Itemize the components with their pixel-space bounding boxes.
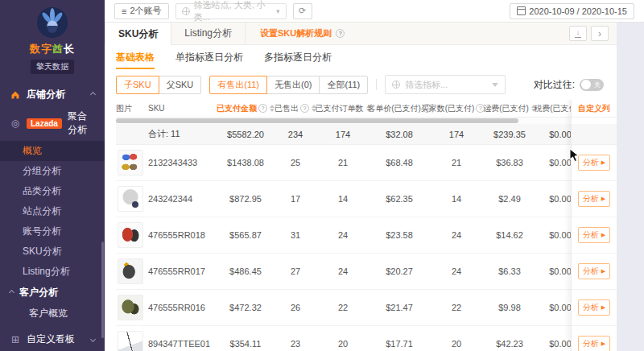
download-button[interactable]: ↓ <box>569 26 587 41</box>
table-header-row: 图片 SKU 已支付金额 ? 已售出 ? <box>116 100 571 118</box>
sidebar-item-customer-analysis[interactable]: 客户分析 <box>0 282 105 304</box>
col-header-paid-amount[interactable]: 已支付金额 ? <box>216 103 275 114</box>
filter-has-sales[interactable]: 有售出(11) <box>209 76 267 94</box>
col-header-shipping[interactable]: 运费(已支付) <box>485 103 535 114</box>
sold-value: 25 <box>275 158 316 167</box>
horizontal-scrollbar <box>116 118 571 124</box>
analyze-button[interactable]: 分析▶ <box>578 155 610 171</box>
product-image[interactable] <box>118 258 143 284</box>
sold-value: 17 <box>275 194 316 204</box>
product-image[interactable] <box>118 186 143 212</box>
paid-amount-value: $565.87 <box>216 230 275 240</box>
sidebar-item-category-analysis[interactable]: 品类分析 <box>0 181 105 201</box>
filter-no-sales[interactable]: 无售出(0) <box>266 76 320 94</box>
question-icon: ? <box>336 29 345 38</box>
filter-bar: 子SKU 父SKU 有售出(11) 无售出(0) 全部(11) 筛选指标... <box>105 69 617 100</box>
chevron-up-icon <box>9 290 14 295</box>
product-image[interactable] <box>118 331 143 351</box>
chevron-right-icon: › <box>598 28 601 39</box>
table-scroll-viewport: 图片 SKU 已支付金额 ? 已售出 ? <box>116 100 571 351</box>
analyze-button[interactable]: 分析▶ <box>578 263 610 279</box>
download-icon: ↓ <box>575 29 581 39</box>
globe-icon <box>182 7 190 15</box>
collapse-right-button[interactable]: › <box>591 26 609 41</box>
col-header-custom-columns[interactable]: 自定义列 <box>572 100 617 118</box>
col-header-tax[interactable]: 税费(已支付) <box>535 103 571 114</box>
divider <box>376 79 377 90</box>
chief-logo-icon <box>37 7 68 38</box>
col-header-paid-orders[interactable]: 已支付订单数 <box>316 103 370 114</box>
analyze-button[interactable]: 分析▶ <box>578 336 610 351</box>
play-icon: ▶ <box>601 232 605 238</box>
analyze-button[interactable]: 分析▶ <box>578 299 610 316</box>
sidebar-item-group-analysis[interactable]: 分组分析 <box>0 161 105 181</box>
col-header-buyers[interactable]: 买家数(已支付) ? <box>428 103 485 114</box>
calendar-icon <box>517 6 526 15</box>
col-header-sku: SKU <box>148 104 216 113</box>
sidebar-scrollbar[interactable] <box>101 242 104 338</box>
date-range-button[interactable]: 2020-10-09 / 2020-10-15 <box>510 3 634 19</box>
sidebar-item-site-analysis[interactable]: 站点分析 <box>0 201 105 221</box>
avg-order-value: $62.35 <box>370 194 428 204</box>
analyze-button[interactable]: 分析▶ <box>578 227 610 243</box>
accounts-button[interactable]: ≡ 2个账号 <box>114 3 169 19</box>
shipping-value: $9.98 <box>485 303 535 312</box>
horizontal-scrollbar-thumb[interactable] <box>116 118 518 123</box>
shipping-value: $6.33 <box>485 266 535 276</box>
brand-part-3: 长 <box>64 43 75 55</box>
paid-amount-value: $354.11 <box>216 339 275 349</box>
product-image[interactable] <box>118 150 143 176</box>
analyze-button[interactable]: 分析▶ <box>578 191 610 207</box>
filter-parent-sku[interactable]: 父SKU <box>159 76 202 94</box>
site-filter-select[interactable]: 筛选站点, 大类, 小类... ▾ <box>175 3 287 19</box>
sidebar-item-listing-analysis[interactable]: Listing分析 <box>0 262 105 282</box>
play-icon: ▶ <box>601 159 605 166</box>
sidebar-item-customer-overview[interactable]: 客户概览 <box>0 304 105 324</box>
sidebar-item-overview[interactable]: 概览 <box>0 141 105 161</box>
table-row: 2132343433 $1438.08 25 21 $68.48 21 $36.… <box>116 145 571 181</box>
table-row: 476555RR018 $565.87 31 24 $23.58 24 $14.… <box>116 217 571 254</box>
chevron-up-icon <box>90 92 96 97</box>
paid-orders-value: 22 <box>316 303 370 312</box>
buyers-value: 22 <box>428 303 485 312</box>
col-header-sold[interactable]: 已售出 ? <box>275 103 316 114</box>
sku-rule-link[interactable]: 设置SKU解析规则 ? <box>260 23 345 44</box>
totals-label: 合计: 11 <box>148 128 216 140</box>
date-range-label: 2020-10-09 / 2020-10-15 <box>529 6 627 16</box>
sold-filter-group: 有售出(11) 无售出(0) 全部(11) <box>209 76 368 94</box>
globe-icon <box>392 81 400 89</box>
metric-filter-select[interactable]: 筛选指标... <box>385 75 506 94</box>
buyers-value: 21 <box>428 158 485 167</box>
shipping-value: $14.62 <box>485 230 535 240</box>
col-header-avg-order-value[interactable]: 客单价(已支付) ? <box>370 103 428 114</box>
sidebar-item-sku-analysis[interactable]: SKU分析 <box>0 242 105 262</box>
sku-rule-label: 设置SKU解析规则 <box>260 27 332 39</box>
buyers-value: 24 <box>428 266 485 276</box>
subtab-multi-metric-daily[interactable]: 多指标逐日分析 <box>264 45 332 69</box>
product-image[interactable] <box>118 222 143 248</box>
product-image[interactable] <box>118 295 143 320</box>
sidebar-item-shop-analysis[interactable]: 店铺分析 <box>0 84 105 105</box>
compare-toggle[interactable]: 关 <box>580 79 604 91</box>
sidebar-item-lazada-aggregate[interactable]: ◎ Lazada 聚合分析 <box>0 105 105 141</box>
filter-child-sku[interactable]: 子SKU <box>116 76 159 94</box>
subtab-basic-table[interactable]: 基础表格 <box>116 45 155 69</box>
avg-order-value: $23.58 <box>370 230 428 240</box>
refresh-button[interactable]: ⟳ <box>293 3 312 19</box>
avg-order-value: $17.71 <box>370 339 428 349</box>
tab-listing-analysis[interactable]: Listing分析 <box>171 23 246 44</box>
filter-all[interactable]: 全部(11) <box>319 76 368 94</box>
sidebar-nav: 店铺分析 ◎ Lazada 聚合分析 概览 分组分析 品类分析 站点分析 账号分… <box>0 84 105 351</box>
sidebar-item-custom-dashboard[interactable]: ⊞ 自定义看板 <box>0 328 105 350</box>
subtab-single-metric-daily[interactable]: 单指标逐日分析 <box>175 45 243 69</box>
refresh-icon: ⟳ <box>299 6 306 16</box>
tab-sku-analysis[interactable]: SKU分析 <box>105 23 171 45</box>
paid-orders-value: 24 <box>316 266 370 276</box>
sidebar-item-account-analysis[interactable]: 账号分析 <box>0 221 105 242</box>
table-row: 894347TTEE01 $354.11 23 20 $17.71 20 $42… <box>116 326 571 351</box>
sku-table: 图片 SKU 已支付金额 ? 已售出 ? <box>116 100 617 351</box>
paid-orders-value: 21 <box>316 158 370 167</box>
sku-value: 476555RR018 <box>148 230 216 240</box>
brand-part-1: 数字 <box>30 43 52 55</box>
chevron-down-icon <box>90 337 96 342</box>
